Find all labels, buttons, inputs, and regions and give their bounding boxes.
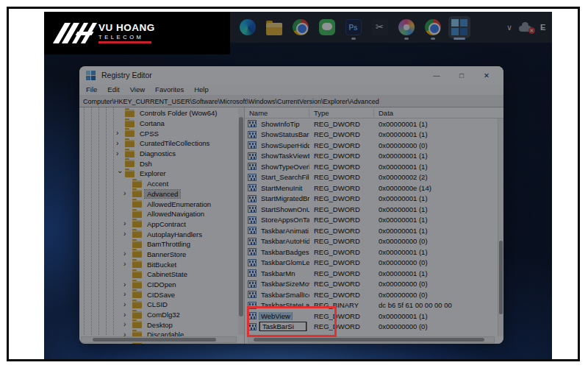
folder-icon — [132, 241, 142, 248]
expand-arrow-icon[interactable] — [123, 250, 131, 258]
tree-item[interactable]: Advanced — [79, 189, 238, 199]
annotation-highlight-box — [247, 306, 337, 337]
folder-icon — [132, 301, 142, 308]
scrollbar-thumb[interactable] — [239, 117, 243, 316]
title-bar[interactable]: Registry Editor — □ ✕ — [79, 66, 503, 84]
list-horizontal-scrollbar[interactable] — [248, 336, 495, 343]
scrollbar-thumb[interactable] — [93, 338, 216, 342]
table-row[interactable]: StoreAppsOnTas... StoreAppsOnTas... REG_… — [245, 215, 498, 226]
table-row[interactable]: TaskbarBadges TaskbarBadges REG_DWORD 0x… — [245, 247, 498, 258]
expand-arrow-icon[interactable] — [123, 321, 131, 328]
folder-icon — [125, 150, 135, 158]
close-button[interactable]: ✕ — [474, 66, 499, 84]
folder-icon — [132, 261, 142, 268]
table-row[interactable]: TaskbarSmallIcons TaskbarSmallIcons REG_… — [245, 289, 498, 300]
expand-arrow-icon[interactable] — [123, 230, 131, 238]
tree-item[interactable]: AllowedEnumeration — [79, 199, 238, 209]
tree-item[interactable]: CLSID — [79, 300, 238, 310]
tree-item[interactable]: BannerStore — [79, 250, 238, 260]
screenshot-frame: Ps — [7, 7, 580, 361]
onedrive-cloud-icon[interactable]: ✕ — [519, 22, 534, 32]
tree-item[interactable]: Controls Folder (Wow64) — [79, 108, 238, 118]
tree-item[interactable]: CabinetState — [79, 269, 238, 280]
scrollbar-thumb[interactable] — [254, 338, 484, 342]
scrollbar-thumb[interactable] — [499, 241, 503, 315]
table-row[interactable]: TaskbarSizeMove TaskbarSizeMove REG_DWOR… — [245, 279, 498, 290]
tree-item[interactable]: CIDSave — [79, 289, 238, 300]
tree-item[interactable]: Accent — [79, 179, 238, 189]
table-row[interactable]: ShowStatusBar ShowStatusBar REG_DWORD 0x… — [245, 130, 498, 141]
tree-vertical-scrollbar[interactable] — [238, 108, 244, 335]
file-explorer-icon[interactable] — [263, 16, 285, 38]
language-indicator[interactable]: E — [540, 23, 551, 32]
minimize-button[interactable]: — — [424, 66, 449, 84]
expand-arrow-icon[interactable] — [123, 190, 131, 197]
table-row[interactable]: StartMigratedBr... StartMigratedBr... RE… — [245, 194, 498, 205]
tree-item[interactable]: Dsh — [79, 158, 238, 169]
folder-icon — [125, 160, 135, 167]
tree-item[interactable]: AppContract — [79, 219, 238, 230]
registry-value-icon — [248, 163, 257, 170]
expand-arrow-icon[interactable] — [116, 171, 123, 178]
photoshop-icon[interactable]: Ps — [343, 16, 365, 38]
menu-item[interactable]: View — [130, 85, 145, 93]
menu-item[interactable]: Help — [194, 85, 209, 93]
menu-item[interactable]: Edit — [107, 85, 119, 93]
expand-arrow-icon[interactable] — [116, 150, 123, 158]
column-header-data[interactable]: Data — [374, 109, 503, 117]
table-row[interactable]: ShowInfoTip ShowInfoTip REG_DWORD 0x0000… — [245, 118, 498, 130]
tree-item[interactable]: AutoplayHandlers — [79, 229, 238, 239]
address-bar[interactable]: Computer\HKEY_CURRENT_USER\Software\Micr… — [79, 96, 503, 107]
tray-chevron-icon[interactable]: ∨ — [506, 23, 512, 32]
table-row[interactable]: Start_SearchFiles Start_SearchFiles REG_… — [245, 172, 498, 183]
tree-item[interactable]: Diagnostics — [79, 149, 238, 159]
tree-item[interactable]: BitBucket — [79, 259, 238, 269]
list-vertical-scrollbar[interactable] — [498, 118, 503, 336]
expand-arrow-icon[interactable] — [123, 311, 131, 319]
expand-arrow-icon[interactable] — [123, 220, 131, 227]
expand-arrow-icon[interactable] — [123, 281, 131, 289]
regedit-app-icon — [86, 71, 96, 80]
table-row[interactable]: TaskbarMn TaskbarMn REG_DWORD 0x00000001… — [245, 268, 498, 279]
tree-item[interactable]: CPSS — [79, 128, 238, 138]
folder-icon — [132, 321, 142, 328]
expand-arrow-icon[interactable] — [116, 130, 123, 137]
line-icon[interactable] — [316, 16, 338, 38]
table-row[interactable]: TaskbarAutoHid... TaskbarAutoHid... REG_… — [245, 236, 498, 247]
tree-item[interactable]: Explorer — [79, 169, 238, 179]
table-row[interactable]: StartMenuInit StartMenuInit REG_DWORD 0x… — [245, 183, 498, 194]
edge-icon[interactable] — [237, 16, 259, 38]
folder-icon — [125, 170, 135, 177]
folder-icon — [125, 130, 135, 137]
table-row[interactable]: TaskbarAnimati... TaskbarAnimati... REG_… — [245, 225, 498, 236]
registry-value-icon — [248, 216, 257, 224]
table-row[interactable]: TaskbarGlomLevel TaskbarGlomLevel REG_DW… — [245, 258, 498, 269]
tree-item[interactable]: Cortana — [79, 118, 238, 129]
expand-arrow-icon[interactable] — [123, 261, 131, 268]
expand-arrow-icon[interactable] — [123, 301, 131, 308]
tree-item[interactable]: AllowedNavigation — [79, 209, 238, 219]
table-row[interactable]: ShowSuperHidd... ShowSuperHidd... REG_DW… — [245, 140, 498, 151]
tree-horizontal-scrollbar[interactable] — [81, 336, 237, 343]
menu-item[interactable]: File — [86, 85, 97, 93]
expand-arrow-icon[interactable] — [116, 140, 123, 147]
menu-item[interactable]: Favorites — [155, 85, 184, 93]
expand-arrow-icon[interactable] — [123, 291, 131, 298]
table-row[interactable]: ShowTaskViewB... ShowTaskViewB... REG_DW… — [245, 151, 498, 162]
maximize-button[interactable]: □ — [449, 66, 474, 84]
tree-item[interactable]: CIDOpen — [79, 280, 238, 290]
browser-icon[interactable] — [422, 16, 444, 38]
column-header-type[interactable]: Type — [309, 109, 374, 117]
table-row[interactable]: ShowTypeOverlay ShowTypeOverlay REG_DWOR… — [245, 161, 498, 172]
registry-editor-icon[interactable] — [448, 16, 470, 38]
paint-icon[interactable] — [395, 16, 417, 38]
tree-item[interactable]: CuratedTileCollections — [79, 138, 238, 149]
snipping-tool-icon[interactable] — [369, 16, 391, 38]
tree-item[interactable]: BamThrottling — [79, 239, 238, 250]
table-row[interactable]: StartShownOnU... StartShownOnU... REG_DW… — [245, 204, 498, 215]
tree-item[interactable]: ComDlg32 — [79, 310, 238, 320]
column-header-name[interactable]: Name — [245, 109, 309, 117]
menu-bar: File Edit View Favorites Help — [79, 84, 503, 96]
chrome-icon[interactable] — [290, 16, 312, 38]
tree-item[interactable]: Desktop — [79, 319, 238, 330]
